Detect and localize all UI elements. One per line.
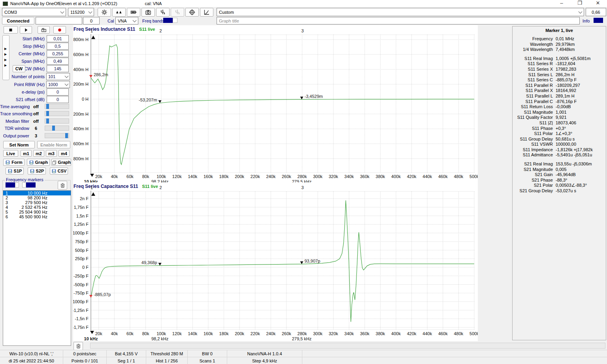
save-s1p-button[interactable]: S1P — [6, 167, 24, 174]
save-csv-button[interactable]: CSV — [50, 167, 68, 174]
maximize-button[interactable]: ❐ — [571, 0, 589, 7]
cal-mode-select[interactable]: VNA — [115, 17, 138, 24]
save-s2p-button[interactable]: S2P — [28, 167, 46, 174]
center-mhz-field[interactable]: 0,255 — [47, 50, 69, 57]
trace-m3-button[interactable]: m3 — [46, 150, 57, 157]
minimize-button[interactable]: – — [552, 0, 571, 7]
open-button[interactable] — [38, 26, 50, 34]
stop-mhz-field[interactable]: 0,5 — [47, 43, 69, 50]
svg-text:320k: 320k — [329, 331, 338, 336]
screenshot-button[interactable] — [141, 8, 155, 17]
slider-thumb[interactable] — [46, 111, 49, 116]
marker-list-item[interactable]: 3279 500 Hz — [3, 200, 71, 205]
svg-text:260k: 260k — [282, 174, 291, 179]
graph-title-placeholder: Graph title — [219, 19, 239, 23]
trace-live-button[interactable]: Live — [3, 150, 18, 157]
number-of-points-select[interactable]: 101 — [46, 73, 70, 80]
point-rbw-hz-select[interactable]: 1000 — [46, 81, 70, 88]
tdr-chart-button[interactable] — [200, 8, 213, 17]
com-port-select[interactable]: COM3 — [2, 8, 66, 16]
settings-button[interactable] — [98, 8, 111, 17]
save-form-button-0[interactable]: Form — [3, 159, 25, 166]
serial-info-field[interactable] — [36, 17, 82, 24]
median-filter-slider[interactable] — [45, 118, 69, 124]
usb-button[interactable] — [156, 8, 170, 17]
record-icon — [57, 27, 62, 33]
save-graph-button-2[interactable]: Graph — [51, 159, 71, 166]
connected-label: Connected — [7, 19, 30, 23]
trace-m4-button[interactable]: m4 — [58, 150, 70, 157]
output-power-slider[interactable] — [45, 133, 69, 138]
svg-text:340k: 340k — [344, 174, 354, 179]
point-rbw-hz-label: Point RBW (Hz) — [0, 82, 45, 87]
marker-step-strip[interactable]: ▶▶▶▶ — [2, 35, 9, 80]
freq-bands-color-swatch-2[interactable] — [173, 18, 177, 23]
slider-thumb[interactable] — [65, 133, 68, 138]
cw-button[interactable]: CW — [13, 65, 25, 72]
status-cell: Seg 1 / 1 — [107, 357, 146, 364]
delete-markers-button[interactable] — [58, 181, 67, 190]
trace-smoothing-slider[interactable] — [45, 111, 69, 116]
marker-color-swatch-3[interactable] — [26, 182, 36, 188]
status-cell: Threshold 280 M — [146, 350, 188, 357]
trace-m1-button[interactable]: m1 — [21, 150, 32, 157]
play-button[interactable] — [20, 26, 32, 34]
scan-arrows-button[interactable] — [112, 8, 126, 17]
marker-list-item[interactable]: 645 500 900 Hz — [3, 214, 71, 219]
settings-icon — [101, 9, 107, 15]
freq-series-capacitance-s11-plot[interactable]: 2n F1,75n F1,5n F1,25n F1000p F750p F500… — [73, 182, 478, 341]
svg-text:600m H: 600m H — [73, 52, 89, 57]
battery-button[interactable] — [127, 8, 140, 17]
usb-disconnected-icon — [174, 9, 181, 15]
target-button[interactable] — [185, 8, 199, 17]
marker-list-item[interactable]: 298 200 Hz — [3, 195, 71, 200]
cw-mhz-field[interactable]: 145 — [47, 65, 69, 72]
marker-color-swatch-0[interactable] — [6, 182, 15, 188]
baud-rate-select[interactable]: 115200 — [68, 8, 94, 16]
frequency-marker-list[interactable]: 110 000 Hz298 200 Hz3279 500 Hz42 532 47… — [3, 190, 71, 346]
preset-select[interactable]: Custom — [217, 8, 584, 16]
tdr-window-slider[interactable] — [45, 126, 69, 131]
e-delay-ps-field[interactable]: 0 — [47, 88, 69, 96]
marker-color-swatch-1[interactable] — [15, 182, 19, 188]
slider-thumb[interactable] — [46, 118, 49, 124]
marker-list-item[interactable]: 42 532 475 Hz — [3, 205, 71, 210]
status-bar: Win-10 (v10.0) nl-NL ','0 points/secBat … — [0, 350, 607, 364]
median-filter-label: Median filter — [0, 119, 29, 124]
slider-thumb[interactable] — [52, 126, 55, 131]
trace-m2-button[interactable]: m2 — [33, 150, 44, 157]
close-button[interactable]: ✕ — [589, 0, 607, 7]
svg-text:2: 2 — [160, 185, 162, 190]
counter-field[interactable]: 0 — [83, 17, 100, 24]
marker-list-item[interactable]: 110 000 Hz — [3, 191, 71, 195]
save-graph-button-1[interactable]: Graph — [27, 159, 50, 166]
marker-data-row: S11 Parallel R-180209,297 — [513, 83, 606, 88]
svg-text:160k: 160k — [204, 331, 213, 336]
marker-data-row: S11 Real Imag1,0005 +j5,5081m — [513, 56, 606, 62]
s21-offset-db-field[interactable]: 0 — [47, 96, 69, 103]
freq-series-inductance-s11-plot[interactable]: 800m H600m H400m H200m H0 H-200m H-400m … — [73, 25, 478, 182]
svg-text:800m H: 800m H — [73, 37, 89, 42]
set-norm-button[interactable]: Set Norm — [3, 141, 35, 148]
svg-text:280k: 280k — [298, 174, 307, 179]
marker-color-swatch-2[interactable] — [22, 182, 26, 188]
info-color-swatch[interactable] — [594, 18, 603, 23]
slider-thumb[interactable] — [46, 104, 49, 109]
span-mhz-field[interactable]: 0,49 — [47, 58, 69, 65]
clear-messages-button[interactable] — [74, 342, 83, 350]
marker-data-row: S21 Polar0,00503∠-88,3° — [513, 183, 606, 188]
stop-button[interactable] — [4, 26, 18, 34]
e-delay-ps-label: e-delay (ps) — [0, 90, 45, 94]
scale-value-field[interactable]: 0,66 — [586, 8, 606, 16]
marker-list-item[interactable]: 525 504 900 Hz — [3, 210, 71, 214]
time-averaging-label: Time averaging — [0, 104, 29, 109]
s11-series-r-value: -1812,604 — [556, 61, 575, 67]
graph-title-input[interactable]: Graph title — [217, 17, 580, 24]
connected-button[interactable]: Connected — [2, 17, 34, 24]
s11-vswr-value: 100000,00 — [556, 142, 576, 147]
freq-bands-color-swatch[interactable] — [163, 18, 173, 23]
svg-text:10 kHz: 10 kHz — [84, 179, 98, 182]
record-button[interactable] — [53, 26, 66, 34]
time-averaging-slider[interactable] — [45, 104, 69, 109]
start-mhz-field[interactable]: 0,01 — [47, 35, 69, 42]
